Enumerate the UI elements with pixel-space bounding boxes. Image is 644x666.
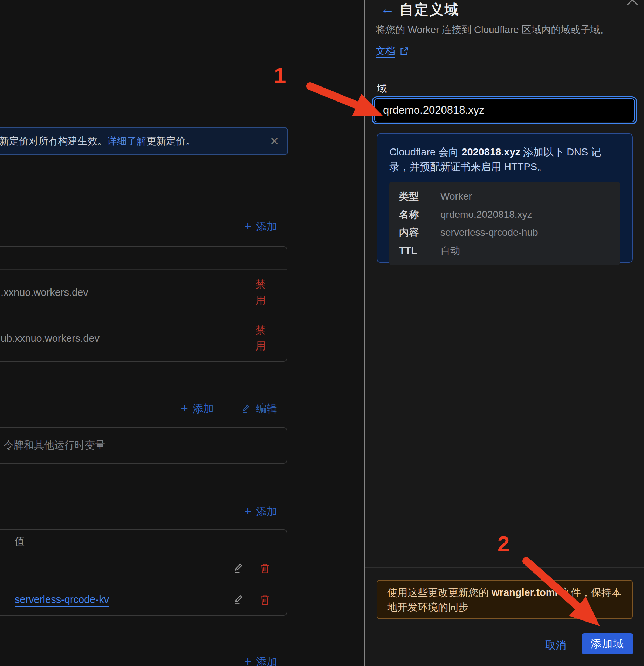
plus-icon: + [244, 505, 252, 518]
table-row [0, 553, 287, 584]
dns-record-card: 类型 Worker 名称 qrdemo.2020818.xyz 内容 serve… [389, 182, 620, 265]
wrangler-notice: 使用这些更改更新您的 wrangler.toml 文件，保持本地开发环境的同步 [377, 580, 633, 619]
add-route-label: 添加 [256, 220, 277, 234]
plus-icon: + [244, 655, 252, 666]
value-column-header: 值 [15, 535, 25, 548]
disable-route-button[interactable]: 禁用 [254, 322, 267, 354]
disable-route-button[interactable]: 禁用 [254, 277, 267, 308]
add-variable-label: 添加 [193, 402, 214, 416]
routes-table-header [0, 247, 287, 270]
kv-namespace-link[interactable]: serverless-qrcode-kv [15, 594, 109, 605]
routes-table: .xxnuo.workers.dev 禁用 ub.xxnuo.workers.d… [0, 246, 287, 362]
pricing-banner-text: 新定价对所有构建生效。 [0, 134, 107, 148]
route-domain: ub.xxnuo.workers.dev [0, 333, 100, 344]
route-domain: .xxnuo.workers.dev [0, 287, 88, 298]
text-cursor [486, 104, 486, 117]
record-type-label: 类型 [399, 189, 431, 204]
dns-notice-text: Cloudflare 会向 2020818.xyz 添加以下 DNS 记录，并预… [389, 145, 620, 174]
record-type-value: Worker [440, 189, 610, 204]
left-section-divider [0, 100, 364, 100]
table-row: serverless-qrcode-kv [0, 584, 287, 615]
delete-button[interactable] [259, 562, 271, 575]
edit-button[interactable] [233, 594, 245, 606]
add-domain-button[interactable]: 添加域 [582, 633, 633, 654]
panel-footer-divider [365, 567, 644, 568]
table-row: .xxnuo.workers.dev 禁用 [0, 270, 287, 315]
left-section-divider-top [0, 40, 364, 40]
dns-notice-domain: 2020818.xyz [461, 146, 520, 158]
workers-settings-screen: 新定价对所有构建生效。详细了解更新定价。 ✕ + 添加 .xxnuo.worke… [0, 0, 644, 666]
record-name-value: qrdemo.2020818.xyz [440, 208, 610, 222]
plus-icon: + [181, 402, 188, 415]
plus-icon: + [244, 220, 252, 233]
add-binding-label: 添加 [256, 505, 277, 519]
bindings-table-header: 值 [0, 530, 287, 553]
learn-more-link[interactable]: 详细了解 [107, 134, 146, 148]
bindings-table: 值 serverless-qrcode-kv [0, 529, 287, 616]
chevron-up-icon[interactable] [626, 0, 639, 7]
close-icon[interactable]: ✕ [270, 135, 279, 148]
record-content-label: 内容 [399, 226, 431, 240]
pencil-icon [241, 404, 252, 414]
record-content-value: serverless-qrcode-hub [440, 226, 610, 240]
docs-link[interactable]: 文档 [376, 44, 409, 58]
add-route-button[interactable]: + 添加 [244, 220, 277, 234]
dns-notice: Cloudflare 会向 2020818.xyz 添加以下 DNS 记录，并预… [377, 133, 633, 263]
wrangler-filename: wrangler.toml [492, 587, 558, 598]
row-actions [233, 594, 271, 606]
edit-variables-button[interactable]: 编辑 [241, 402, 277, 416]
record-name-label: 名称 [399, 208, 431, 222]
add-variable-button[interactable]: + 添加 [181, 402, 214, 416]
wrangler-notice-prefix: 使用这些更改更新您的 [387, 587, 492, 598]
panel-header-divider [365, 69, 644, 69]
pricing-banner: 新定价对所有构建生效。详细了解更新定价。 ✕ [0, 127, 288, 155]
add-button-bottom[interactable]: + 添加 [244, 655, 277, 666]
annotation-step-2: 2 [498, 533, 509, 555]
table-row: ub.xxnuo.workers.dev 禁用 [0, 315, 287, 361]
cancel-button[interactable]: 取消 [543, 638, 568, 653]
secrets-hint-text: 令牌和其他运行时变量 [4, 438, 105, 452]
dns-notice-prefix: Cloudflare 会向 [389, 146, 461, 158]
domain-input[interactable]: qrdemo.2020818.xyz [374, 98, 635, 122]
page-title: 自定义域 [399, 0, 460, 19]
external-link-icon [399, 47, 409, 56]
annotation-step-1: 1 [274, 64, 286, 86]
edit-button[interactable] [233, 562, 245, 575]
delete-button[interactable] [259, 594, 271, 606]
add-binding-button[interactable]: + 添加 [244, 505, 277, 519]
docs-link-label: 文档 [376, 44, 395, 58]
row-actions [233, 562, 271, 575]
domain-input-value: qrdemo.2020818.xyz [383, 104, 485, 117]
record-ttl-label: TTL [399, 244, 431, 258]
add-label: 添加 [256, 655, 277, 666]
panel-subtitle: 将您的 Worker 连接到 Cloudflare 区域内的域或子域。 [376, 23, 624, 36]
pricing-banner-text-after: 更新定价。 [146, 134, 196, 148]
secrets-hint-box: 令牌和其他运行时变量 [0, 427, 287, 464]
record-ttl-value: 自动 [440, 244, 610, 258]
domain-field-label: 域 [377, 82, 387, 95]
edit-variables-label: 编辑 [256, 402, 277, 416]
back-button[interactable]: ← [378, 1, 397, 16]
panel-divider [364, 0, 365, 666]
